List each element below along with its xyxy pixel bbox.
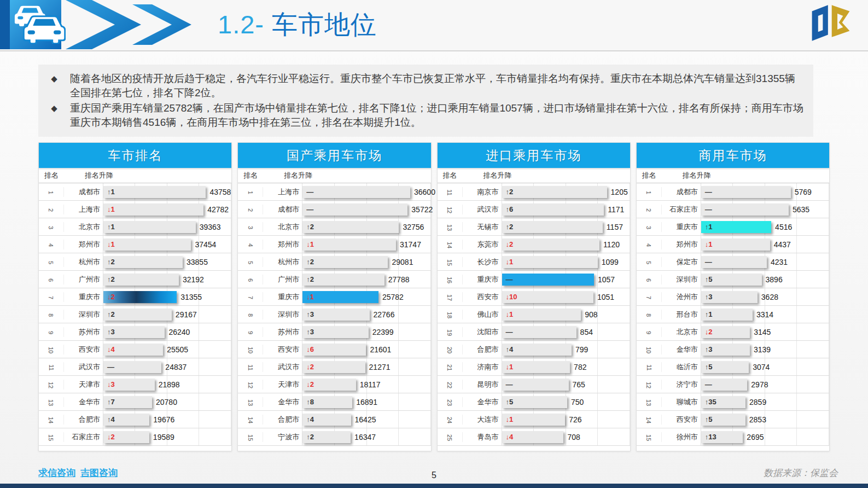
bar-track: ↓231355 xyxy=(103,288,231,305)
rank-cell: 1 xyxy=(39,187,63,197)
bottom-bar xyxy=(0,484,868,488)
table-row: 11武汉市↓221271 xyxy=(238,358,430,376)
bar-track: ↑322399 xyxy=(302,323,430,340)
summary-panel: ◆ 随着各地区的疫情开放后趋于稳定，各汽车行业平稳运行。重庆市整个车市已恢复正常… xyxy=(38,65,813,137)
rank-change: ↓2 xyxy=(107,293,115,301)
rank-cell: 2 xyxy=(39,205,63,214)
city-cell: 苏州市 xyxy=(63,327,100,337)
rank-cell: 16 xyxy=(438,275,462,284)
rank-change: ↓1 xyxy=(705,240,713,248)
value-label: 21898 xyxy=(159,380,180,389)
rank-change: ↓10 xyxy=(506,293,517,301)
table-row: 13聊城市↑352859 xyxy=(637,393,829,411)
title-number: 1.2- xyxy=(218,10,264,39)
bar-track: ↓321898 xyxy=(103,376,231,393)
bar-track: ↑61171 xyxy=(502,201,630,218)
value-label: 33855 xyxy=(187,258,208,266)
value-label: 3074 xyxy=(753,363,770,371)
rank-cell: 6 xyxy=(39,275,63,284)
rank-cell: 15 xyxy=(238,432,263,442)
value-label: 765 xyxy=(573,380,585,389)
rank-change: ↑2 xyxy=(306,258,314,266)
rank-change: ↑2 xyxy=(107,275,115,283)
table-row: 8深圳市↑322766 xyxy=(238,306,430,323)
value-label: 31747 xyxy=(400,240,421,249)
rank-cell: 13 xyxy=(238,397,263,407)
city-cell: 成都市 xyxy=(63,187,100,197)
table-row: 5保定市—4231 xyxy=(637,253,829,271)
value-bar: ↓1 xyxy=(103,204,203,216)
city-cell: 郑州市 xyxy=(661,240,698,249)
table-row: 8邢台市↑13314 xyxy=(637,306,829,323)
rank-change: ↑5 xyxy=(705,363,713,371)
city-cell: 杭州市 xyxy=(263,257,299,267)
rank-cell: 5 xyxy=(637,257,661,267)
value-label: 726 xyxy=(569,415,581,424)
table-row: 17西安市↓101051 xyxy=(438,288,630,306)
city-cell: 青岛市 xyxy=(462,432,499,442)
col-change: 排名升降 xyxy=(284,171,312,181)
bar-track: ↑233855 xyxy=(103,253,231,270)
table-row: 15长沙市↓11099 xyxy=(438,253,630,271)
rank-cell: 7 xyxy=(238,292,263,302)
value-label: 5769 xyxy=(795,188,812,196)
rank-change: ↑2 xyxy=(306,223,314,231)
value-bar: ↑35 xyxy=(701,396,745,408)
value-bar: ↓6 xyxy=(302,344,366,356)
table-row: 13无锡市↑21157 xyxy=(438,218,630,236)
tables-row: 车市排名 排名 排名升降 1成都市↑1437582上海市↓1427823北京市↑… xyxy=(38,142,830,451)
bar-track: ↓11099 xyxy=(502,253,630,270)
rank-change: ↑5 xyxy=(705,415,713,423)
rank-change: — xyxy=(705,258,712,266)
page-title: 1.2- 车市地位 xyxy=(218,8,377,42)
value-bar: — xyxy=(502,379,569,391)
value-bar: ↓1 xyxy=(502,361,570,373)
table-row: 14合肥市↑416425 xyxy=(238,411,430,428)
rank-change: ↑3 xyxy=(306,310,314,318)
city-cell: 武汉市 xyxy=(263,362,299,372)
table-row: 4郑州市↓14437 xyxy=(637,236,829,253)
bar-track: —5635 xyxy=(701,201,829,218)
bar-track: ↑4799 xyxy=(502,341,630,358)
car-icon xyxy=(23,14,66,44)
value-label: 24837 xyxy=(165,363,187,371)
footer-link[interactable]: 求信咨询 xyxy=(38,468,75,478)
table-row: 7重庆市↓125782 xyxy=(238,288,430,306)
rank-change: ↓4 xyxy=(506,433,514,441)
value-bar: ↓1 xyxy=(701,239,770,251)
city-cell: 成都市 xyxy=(661,187,698,197)
value-bar: ↑2 xyxy=(302,221,399,233)
bar-track: ↓4708 xyxy=(502,428,630,445)
value-bar: ↑13 xyxy=(701,431,743,443)
rank-cell: 8 xyxy=(637,310,661,319)
table-title: 商用车市场 xyxy=(637,143,829,168)
bar-track: ↑720780 xyxy=(103,393,231,410)
rank-change: ↑3 xyxy=(306,328,314,336)
value-bar: ↑5 xyxy=(701,414,745,426)
rank-change: ↓1 xyxy=(306,293,314,301)
rank-cell: 13 xyxy=(39,397,63,407)
table-title: 进口乘用车市场 xyxy=(438,143,630,168)
city-cell: 广州市 xyxy=(63,275,100,284)
city-cell: 合肥市 xyxy=(63,415,100,425)
city-cell: 济宁市 xyxy=(661,380,698,390)
table-rows: 1上海市—366002成都市—357223北京市↑2327564郑州市↓1317… xyxy=(238,183,430,451)
rank-cell: 10 xyxy=(637,345,661,355)
rank-change: — xyxy=(306,188,313,196)
table-row: 3北京市↑232756 xyxy=(238,218,430,236)
bar-track: ↑53896 xyxy=(701,271,829,288)
rank-change: ↓1 xyxy=(506,258,514,266)
company-logo-icon xyxy=(807,3,854,45)
rank-cell: 25 xyxy=(438,432,462,442)
rank-change: ↑5 xyxy=(506,398,514,406)
value-label: 21601 xyxy=(370,345,391,354)
value-bar: — xyxy=(701,204,789,216)
bar-track: ↑229081 xyxy=(302,253,430,270)
city-cell: 济南市 xyxy=(462,362,499,372)
table-row: 22昆明市—765 xyxy=(438,376,630,393)
rank-cell: 6 xyxy=(637,275,661,284)
bar-track: ↓621601 xyxy=(302,341,430,358)
table-row: 7重庆市↓231355 xyxy=(39,288,231,306)
footer-link[interactable]: 吉图咨询 xyxy=(80,468,118,478)
value-label: 19589 xyxy=(153,433,174,441)
